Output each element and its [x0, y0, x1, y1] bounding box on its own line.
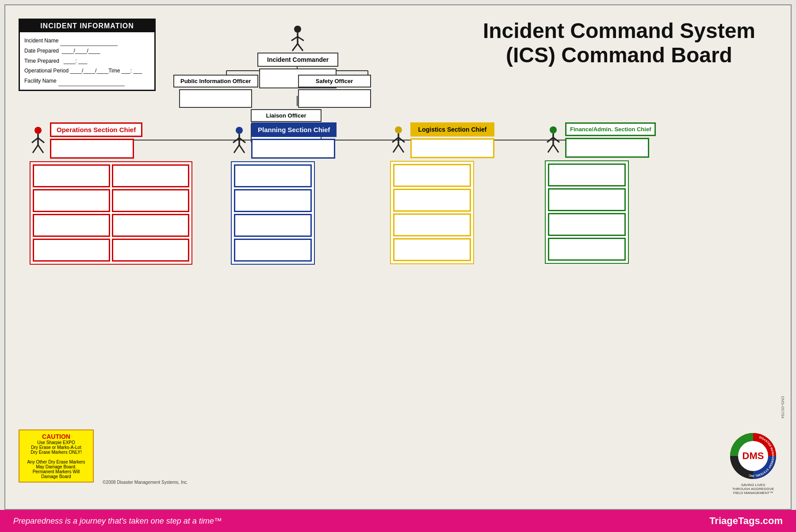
- date-prepared-field: Date Prepared ____/____/____: [24, 46, 150, 56]
- svg-line-29: [233, 138, 239, 143]
- log-sub-2[interactable]: [393, 189, 471, 212]
- incident-info-header: INCIDENT INFORMATION: [20, 20, 154, 32]
- board-title: Incident Command System (ICS) Command Bo…: [483, 19, 755, 67]
- liaison-title-box: Liaison Officer: [251, 109, 321, 122]
- svg-line-35: [392, 137, 398, 142]
- svg-point-21: [34, 127, 42, 134]
- footer-tagline: Preparedness is a journey that's taken o…: [13, 517, 222, 526]
- finance-section: Finance/Admin. Section Chief: [545, 122, 656, 264]
- svg-point-27: [236, 127, 243, 134]
- svg-line-36: [398, 137, 405, 142]
- caution-line3: Dry Erase Markers ONLY!: [23, 450, 89, 455]
- main-board: INCIDENT INFORMATION Incident Name Date …: [4, 4, 792, 510]
- svg-point-33: [395, 126, 402, 133]
- safety-title-box: Safety Officer: [298, 75, 371, 87]
- svg-line-18: [298, 37, 304, 41]
- ops-sub-8[interactable]: [112, 239, 189, 262]
- operations-section: Operations Section Chief: [30, 122, 192, 265]
- ops-subs: [30, 161, 192, 265]
- ops-sub-6[interactable]: [112, 214, 189, 237]
- ops-sub-2[interactable]: [112, 164, 189, 187]
- fin-title-box: Finance/Admin. Section Chief: [565, 122, 656, 136]
- plan-person-icon: [231, 126, 248, 155]
- svg-text:DMS: DMS: [742, 450, 764, 461]
- fin-sub-1[interactable]: [548, 163, 626, 186]
- facility-name-field: Facility Name: [24, 76, 150, 86]
- log-title-box: Logistics Section Chief: [410, 122, 494, 137]
- caution-title: CAUTION: [23, 433, 89, 440]
- svg-point-39: [550, 126, 557, 133]
- fin-sub-4[interactable]: [548, 238, 626, 261]
- product-code: DMS-057/94: [781, 396, 785, 418]
- ops-sub-3[interactable]: [33, 189, 110, 212]
- svg-line-37: [393, 144, 398, 152]
- logistics-section: Logistics Section Chief: [390, 122, 494, 264]
- dms-subtext: SAVING LIVESTHROUGH AGGRESSIVEFIELD MANA…: [729, 483, 777, 495]
- svg-point-15: [294, 26, 301, 33]
- commander-person-icon: [288, 25, 308, 52]
- svg-line-19: [292, 44, 298, 51]
- fin-person-icon: [545, 126, 562, 155]
- fin-sub-2[interactable]: [548, 188, 626, 211]
- plan-title-box: Planning Section Chief: [251, 122, 337, 137]
- caution-line5: May Damage Board.: [23, 464, 89, 469]
- svg-line-41: [547, 137, 553, 142]
- fin-input-box[interactable]: [565, 138, 649, 158]
- ops-title-box: Operations Section Chief: [50, 122, 142, 137]
- ops-input-box[interactable]: [50, 139, 134, 159]
- safety-section: Safety Officer: [298, 75, 371, 108]
- svg-line-24: [38, 138, 44, 143]
- ops-sub-4[interactable]: [112, 189, 189, 212]
- fin-sub-3[interactable]: [548, 213, 626, 236]
- log-subs: [390, 161, 474, 264]
- planning-section: Planning Section Chief: [231, 122, 337, 265]
- svg-line-17: [291, 37, 298, 41]
- svg-line-30: [239, 138, 245, 143]
- pio-input-box[interactable]: [179, 89, 252, 108]
- incident-name-field: Incident Name: [24, 36, 150, 46]
- ops-person-icon: [30, 126, 46, 155]
- caution-line7: Damage Board: [23, 474, 89, 479]
- log-input-box[interactable]: [410, 138, 494, 158]
- copyright-text: ©2008 Disaster Management Systems, Inc.: [103, 480, 188, 485]
- ops-sub-7[interactable]: [33, 239, 110, 262]
- log-sub-3[interactable]: [393, 213, 471, 236]
- plan-sub-2[interactable]: [234, 189, 312, 212]
- pio-section: Public Information Officer: [173, 75, 258, 108]
- plan-sub-1[interactable]: [234, 164, 312, 187]
- log-sub-4[interactable]: [393, 238, 471, 261]
- command-staff-row: Public Information Officer Safety Office…: [173, 75, 371, 108]
- footer-website: TriageTags.com: [709, 515, 783, 527]
- commander-title-box: Incident Commander: [257, 53, 338, 67]
- svg-line-25: [33, 145, 38, 153]
- plan-input-box[interactable]: [251, 139, 335, 159]
- op-period-field: Operational Period ____/____/____Time __…: [24, 66, 150, 76]
- svg-line-20: [298, 44, 303, 51]
- ops-sub-1[interactable]: [33, 164, 110, 187]
- svg-line-26: [38, 145, 43, 153]
- svg-line-31: [234, 145, 239, 153]
- incident-info-box: INCIDENT INFORMATION Incident Name Date …: [19, 19, 156, 91]
- caution-box: CAUTION Use Sharpie EXPO Dry Erase or Ma…: [19, 429, 94, 483]
- time-prepared-field: Time Prepared ____: ___: [24, 56, 150, 66]
- svg-line-32: [239, 145, 245, 153]
- svg-line-44: [553, 144, 559, 152]
- incident-info-body: Incident Name Date Prepared ____/____/__…: [20, 32, 154, 90]
- svg-line-23: [32, 138, 38, 143]
- caution-line1: Use Sharpie EXPO: [23, 440, 89, 445]
- svg-line-42: [553, 137, 559, 142]
- svg-line-38: [398, 144, 404, 152]
- plan-sub-3[interactable]: [234, 214, 312, 237]
- fin-subs: [545, 160, 629, 264]
- footer-bar: Preparedness is a journey that's taken o…: [0, 510, 796, 532]
- dms-logo: DMS DISASTER MANAGEMENT SYSTEMS, INC. SA…: [729, 432, 777, 480]
- plan-sub-4[interactable]: [234, 239, 312, 262]
- ops-sub-5[interactable]: [33, 214, 110, 237]
- log-person-icon: [390, 126, 407, 155]
- caution-line6: Permanent Markers Will: [23, 469, 89, 474]
- safety-input-box[interactable]: [298, 89, 371, 108]
- log-sub-1[interactable]: [393, 164, 471, 187]
- caution-line2: Dry Erase or Marks-A-Lot: [23, 445, 89, 450]
- caution-line4: Any Other Dry Erase Markers: [23, 460, 89, 464]
- pio-title-box: Public Information Officer: [173, 75, 258, 87]
